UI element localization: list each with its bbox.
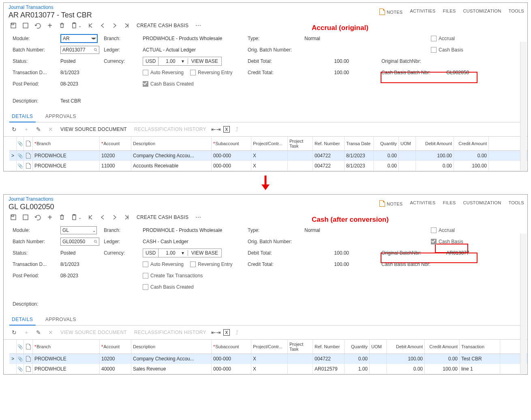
cash-screen: Cash (after conversion) Journal Transact… (3, 194, 528, 375)
create-cash-basis-button[interactable]: CREATE CASH BASIS (134, 23, 191, 28)
create-cash-basis-button[interactable]: CREATE CASH BASIS (134, 214, 191, 220)
clipboard-icon[interactable]: ⌄ (69, 213, 83, 222)
fit-icon[interactable]: ⇤⇥ (211, 328, 221, 337)
reclass-button: RECLASSIFICATION HISTORY (132, 330, 209, 335)
clipboard-icon[interactable]: ⌄ (69, 21, 83, 30)
files-button[interactable]: FILES (443, 200, 456, 207)
view-source-button[interactable]: VIEW SOURCE DOCUMENT (58, 126, 129, 132)
view-source-button: VIEW SOURCE DOCUMENT (58, 330, 129, 335)
fit-icon[interactable]: ⇤⇥ (211, 125, 221, 134)
currency-box[interactable]: USD1.00▾VIEW BASE (143, 57, 222, 66)
next-icon[interactable] (110, 21, 120, 30)
attach-icon[interactable]: 📎 (17, 366, 23, 372)
first-icon[interactable] (86, 213, 95, 222)
notes-button[interactable]: NOTES (379, 200, 403, 207)
breadcrumb[interactable]: Journal Transactions (9, 4, 54, 10)
save-icon[interactable] (21, 213, 30, 222)
customization-button[interactable]: CUSTOMIZATION (463, 9, 501, 15)
batchnbr-input[interactable]: AR013077 (60, 46, 99, 54)
more-icon[interactable]: ⋯ (193, 213, 203, 222)
batchnbr-input[interactable]: GL002050 (60, 238, 99, 246)
autoreversing-checkbox[interactable] (143, 261, 148, 267)
svg-point-5 (94, 48, 96, 51)
reclass-button: RECLASSIFICATION HISTORY (132, 126, 209, 132)
createtax-checkbox[interactable] (143, 273, 148, 279)
prev-icon[interactable] (98, 213, 107, 222)
last-icon[interactable] (122, 21, 132, 30)
undo-icon[interactable] (33, 21, 43, 30)
svg-rect-3 (73, 23, 76, 28)
attach-icon[interactable]: 📎 (17, 163, 23, 169)
first-icon[interactable] (86, 21, 95, 30)
postperiod-label: Post Period: (13, 81, 60, 87)
file-icon[interactable] (26, 356, 31, 362)
add-icon[interactable]: + (45, 21, 55, 30)
delete-icon[interactable] (57, 213, 67, 222)
undo-icon[interactable] (33, 213, 43, 222)
view-base-button[interactable]: VIEW BASE (188, 58, 221, 64)
breadcrumb[interactable]: Journal Transactions (9, 196, 54, 202)
save-icon[interactable] (21, 21, 30, 30)
reversingentry-checkbox[interactable] (190, 261, 196, 267)
notes-button[interactable]: NOTES (379, 9, 403, 15)
attach-icon[interactable]: 📎 (17, 153, 23, 159)
credittotal-label: Credit Total: (248, 70, 304, 75)
files-button[interactable]: FILES (443, 9, 456, 15)
cashbasiscreated-checkbox[interactable] (143, 284, 148, 290)
edit-icon[interactable]: ✎ (34, 125, 43, 134)
save-close-icon[interactable] (9, 213, 18, 222)
search-icon[interactable] (94, 48, 98, 52)
edit-icon[interactable]: ✎ (34, 328, 43, 337)
batchnbr-label: Batch Number: (13, 47, 60, 53)
tab-approvals[interactable]: APPROVALS (43, 313, 79, 325)
grid-delete-icon: ✕ (46, 328, 56, 337)
customization-button[interactable]: CUSTOMIZATION (463, 200, 501, 207)
activities-button[interactable]: ACTIVITIES (410, 200, 435, 207)
table-row[interactable]: 📎PRODWHOLE40000Sales Revenue000-000XAR01… (9, 364, 527, 374)
tools-button[interactable]: TOOLS (508, 200, 524, 207)
cashbasisbn-value[interactable]: GL002050 (446, 70, 469, 75)
tab-details[interactable]: DETAILS (9, 313, 36, 326)
reversingentry-checkbox[interactable] (190, 70, 196, 75)
table-row[interactable]: 📎PRODWHOLE11000Accounts Receivable000-00… (9, 161, 527, 171)
trdate-label: Transaction D... (13, 70, 60, 75)
more-icon[interactable]: ⋯ (193, 21, 203, 30)
attach-icon[interactable]: 📎 (17, 356, 23, 362)
search-icon[interactable] (94, 240, 98, 244)
file-icon[interactable] (26, 153, 31, 159)
grid-add-icon: + (21, 125, 31, 134)
save-close-icon[interactable] (9, 21, 18, 30)
export-icon[interactable]: X (223, 329, 230, 336)
add-icon[interactable]: + (45, 213, 55, 222)
last-icon[interactable] (122, 213, 132, 222)
debittotal-value: 100.00 (304, 58, 349, 64)
prev-icon[interactable] (98, 21, 107, 30)
accrual-checkbox (431, 227, 437, 233)
toolbar: + ⌄ CREATE CASH BASIS ⋯ (4, 19, 527, 33)
autoreversing-checkbox[interactable] (143, 70, 148, 75)
tab-approvals[interactable]: APPROVALS (43, 110, 79, 122)
tab-details[interactable]: DETAILS (9, 110, 36, 122)
origbatchnbr-value[interactable]: AR013077 (446, 250, 469, 256)
module-select[interactable]: GL⌄ (60, 226, 97, 234)
refresh-icon[interactable]: ↻ (9, 328, 19, 337)
export-icon[interactable]: X (223, 126, 230, 133)
ledger-value: ACTUAL - Actual Ledger (143, 47, 196, 53)
ledger-label: Ledger: (104, 47, 143, 53)
page-title: GL GL002050 (9, 203, 379, 211)
activities-button[interactable]: ACTIVITIES (410, 9, 435, 15)
description-value: Test CBR (60, 98, 81, 104)
currency-box[interactable]: USD1.00▾VIEW BASE (143, 249, 222, 257)
tools-button[interactable]: TOOLS (508, 9, 524, 15)
delete-icon[interactable] (57, 21, 67, 30)
table-row[interactable]: >📎PRODWHOLE10200Company Checking Accou..… (9, 151, 527, 161)
file-icon[interactable] (26, 163, 31, 169)
conversion-arrow (0, 175, 531, 191)
svg-rect-8 (23, 215, 28, 220)
refresh-icon[interactable]: ↻ (9, 125, 19, 134)
page-title: AR AR013077 - Test CBR (9, 11, 379, 19)
next-icon[interactable] (110, 213, 120, 222)
table-row[interactable]: >📎PRODWHOLE10200Company Checking Accou..… (9, 354, 527, 364)
file-icon[interactable] (26, 366, 31, 372)
module-select[interactable]: AR (60, 34, 98, 43)
